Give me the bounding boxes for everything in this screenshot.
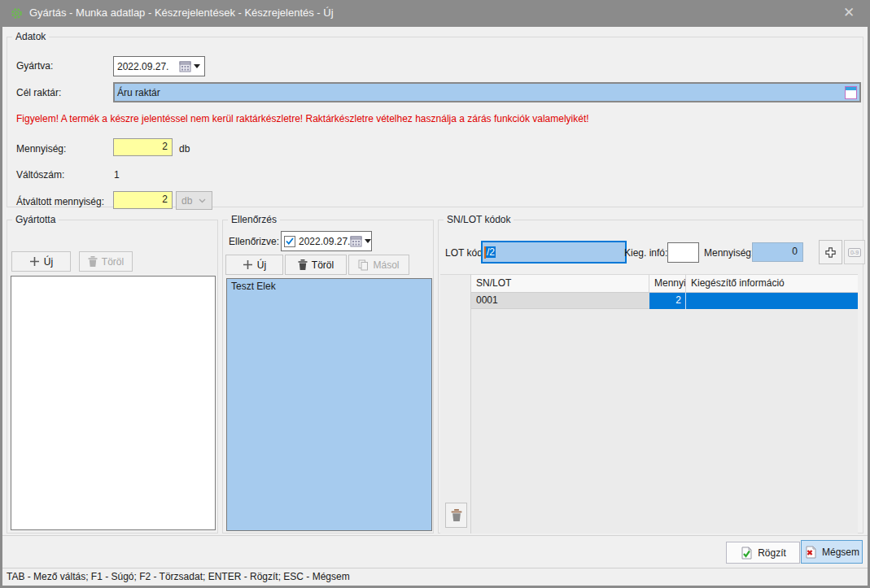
gyartotta-delete-button: Töröl [79, 251, 133, 272]
status-text: TAB - Mező váltás; F1 - Súgó; F2 - Törzs… [7, 571, 350, 582]
rogzit-button[interactable]: Rögzít [726, 542, 800, 564]
ellenorzes-delete-button[interactable]: Töröl [285, 255, 347, 275]
window: Gyártás - Munka adatlap - Készrejelentés… [0, 0, 870, 588]
atvaltott-unit-select: db [176, 191, 212, 210]
ellenorzes-list[interactable]: Teszt Elek [226, 278, 432, 531]
rogzit-label: Rögzít [758, 547, 786, 559]
add-code-button[interactable] [819, 240, 842, 264]
mennyiseg-input[interactable]: 2 [113, 138, 173, 156]
client-area: Adatok Gyártva: 2022.09.27. Cél raktár: … [2, 27, 868, 586]
close-icon[interactable]: ✕ [836, 3, 862, 23]
chevron-down-icon[interactable] [194, 64, 200, 68]
status-bar: TAB - Mező váltás; F1 - Súgó; F2 - Törzs… [2, 568, 868, 586]
column-header-info[interactable]: Kiegészítő információ [686, 275, 858, 292]
cell-info[interactable] [686, 293, 858, 309]
atvaltott-unit-value: db [181, 195, 192, 207]
footer-divider [2, 535, 868, 536]
chevron-down-icon[interactable] [365, 239, 371, 243]
megsem-label: Mégsem [822, 547, 859, 558]
gyartotta-list[interactable] [11, 276, 216, 530]
gyartotta-add-label: Új [44, 256, 53, 268]
plus-icon [243, 259, 253, 270]
snlot-group: SN/LOT kódok LOT kód: /2 Kieg. infó: Men… [438, 220, 863, 534]
lot-kod-input[interactable]: /2 [481, 241, 627, 264]
ellenorzes-copy-button: Másol [348, 255, 409, 275]
ellenorzes-group: Ellenőrzés Ellenőrizve: 2022.09.27. [222, 220, 434, 534]
gyartva-date-value: 2022.09.27. [114, 61, 179, 72]
cel-raktar-label: Cél raktár: [16, 87, 61, 98]
gyartotta-group: Gyártotta Új Töröl [7, 220, 218, 534]
table-row[interactable]: 0001 2 [471, 293, 858, 309]
lot-kod-value: /2 [486, 246, 496, 258]
megsem-button[interactable]: Mégsem [801, 540, 863, 564]
save-check-icon [740, 547, 753, 560]
trash-icon [451, 509, 462, 521]
snlot-table-gutter [440, 274, 470, 534]
window-title: Gyártás - Munka adatlap - Készrejelentés… [29, 7, 334, 19]
gyartotta-group-title: Gyártotta [12, 214, 59, 225]
ellenorizve-label: Ellenőrizve: [229, 236, 279, 247]
atvaltott-input[interactable]: 2 [113, 191, 173, 209]
adatok-group-title: Adatok [12, 31, 49, 42]
valtoszam-label: Váltószám: [16, 169, 64, 181]
ellenorzes-delete-label: Töröl [312, 259, 334, 271]
numbering-button: 0-9 [844, 240, 865, 264]
trash-icon [88, 256, 98, 267]
title-bar: Gyártás - Munka adatlap - Készrejelentés… [0, 0, 870, 27]
delete-row-button[interactable] [445, 503, 467, 528]
ellenorzes-group-title: Ellenőrzés [228, 214, 280, 225]
cel-raktar-field[interactable]: Áru raktár [113, 82, 861, 102]
snlot-mennyiseg-field: 0 [752, 242, 803, 262]
ellenorzes-add-button[interactable]: Új [225, 255, 283, 275]
snlot-mennyiseg-label: Mennyiség: [704, 247, 754, 259]
valtoszam-value: 1 [114, 169, 120, 181]
cancel-x-icon [804, 546, 817, 559]
trash-icon [298, 259, 308, 270]
column-header-qty[interactable]: Mennyi: [649, 275, 686, 292]
warning-text: Figyelem! A termék a készre jelentéssel … [16, 113, 589, 124]
app-gear-icon [11, 7, 23, 20]
plus-icon [29, 256, 40, 267]
kieg-info-label: Kieg. infó: [624, 247, 667, 259]
gyartotta-add-button[interactable]: Új [11, 251, 71, 272]
gyartotta-delete-label: Töröl [102, 256, 124, 268]
chevron-down-icon [199, 198, 206, 203]
gyartva-label: Gyártva: [16, 60, 53, 72]
cell-sn[interactable]: 0001 [471, 293, 649, 309]
ellenorizve-checkbox[interactable] [284, 236, 295, 247]
calendar-icon[interactable] [179, 61, 191, 72]
mennyiseg-label: Mennyiség: [16, 143, 66, 155]
ellenorizve-date-value: 2022.09.27. [298, 236, 350, 247]
snlot-group-title: SN/LOT kódok [444, 214, 514, 225]
adatok-group: Adatok Gyártva: 2022.09.27. Cél raktár: … [7, 37, 863, 207]
snlot-table-header[interactable]: SN/LOT Mennyi: Kiegészítő információ [471, 275, 858, 293]
numbering-icon: 0-9 [848, 248, 861, 257]
column-header-sn[interactable]: SN/LOT [471, 275, 649, 292]
gyartva-date-input[interactable]: 2022.09.27. [113, 56, 205, 76]
ellenorizve-date-input[interactable]: 2022.09.27. [281, 231, 372, 251]
ellenorzes-add-label: Új [257, 259, 266, 271]
lookup-window-icon[interactable] [845, 86, 857, 99]
kieg-info-input[interactable] [667, 242, 699, 263]
copy-icon [358, 259, 369, 271]
plus-open-icon [824, 246, 837, 259]
calendar-icon[interactable] [350, 236, 362, 247]
list-item[interactable]: Teszt Elek [227, 279, 431, 294]
ellenorzes-copy-label: Másol [373, 259, 399, 271]
atvaltott-label: Átváltott mennyiség: [16, 196, 104, 207]
snlot-table[interactable]: SN/LOT Mennyi: Kiegészítő információ 000… [470, 274, 858, 534]
mennyiseg-unit: db [179, 143, 190, 155]
cell-qty[interactable]: 2 [649, 293, 686, 309]
lot-kod-label: LOT kód: [445, 247, 485, 259]
cel-raktar-value: Áru raktár [117, 87, 845, 98]
